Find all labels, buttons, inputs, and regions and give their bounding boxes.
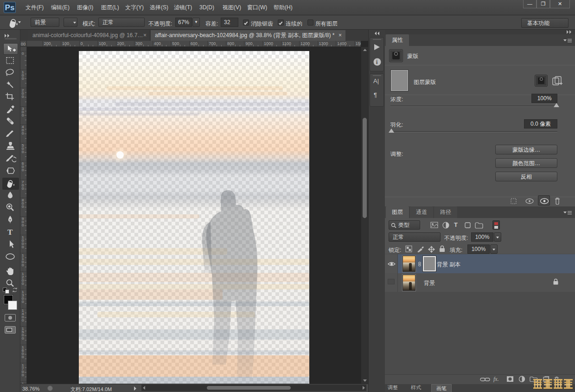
svg-text:T: T <box>7 228 13 236</box>
